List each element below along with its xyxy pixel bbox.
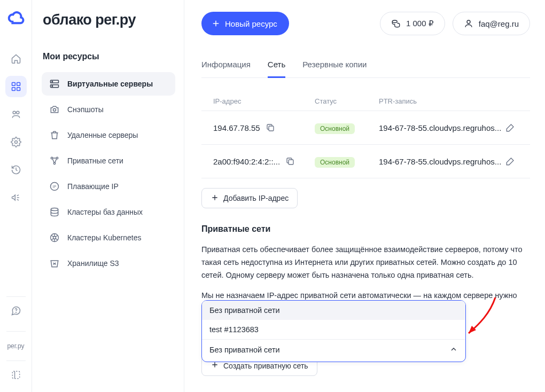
svg-point-7 bbox=[15, 312, 16, 313]
svg-point-15 bbox=[56, 157, 58, 159]
sidebar-item-s3-storage[interactable]: Хранилище S3 bbox=[42, 252, 175, 275]
sidebar-item-db-clusters[interactable]: Кластеры баз данных bbox=[42, 200, 175, 224]
rail-billing-icon[interactable] bbox=[5, 104, 27, 125]
new-resource-button[interactable]: Новый ресурс bbox=[201, 12, 289, 35]
coins-icon bbox=[391, 19, 401, 28]
create-network-label: Создать приватную сеть bbox=[223, 362, 308, 370]
svg-rect-2 bbox=[12, 88, 15, 91]
th-ip: IP-адрес bbox=[213, 97, 315, 105]
tabs: Информация Сеть Резервные копии bbox=[201, 60, 530, 78]
svg-rect-24 bbox=[269, 126, 274, 131]
table-header: IP-адрес Статус PTR-запись bbox=[201, 92, 530, 111]
ip-icon: IP bbox=[49, 181, 60, 192]
sidebar-item-label: Кластеры Kubernetes bbox=[67, 233, 142, 242]
ptr-value: 194-67-78-55.cloudvps.regruhos... bbox=[379, 157, 501, 166]
add-ip-label: Добавить IP-адрес bbox=[223, 194, 289, 202]
brand-title: облако рег.ру bbox=[42, 12, 175, 28]
sidebar-item-private-networks[interactable]: Приватные сети bbox=[42, 149, 175, 173]
database-icon bbox=[49, 207, 60, 217]
server-icon bbox=[49, 79, 60, 89]
kubernetes-icon bbox=[49, 232, 60, 243]
balance-pill[interactable]: 1 000 ₽ bbox=[380, 12, 445, 35]
sidebar: облако рег.ру Мои ресурсы Виртуальные се… bbox=[32, 0, 184, 392]
network-icon bbox=[49, 155, 60, 166]
private-networks-title: Приватные сети bbox=[201, 224, 530, 234]
svg-point-16 bbox=[53, 162, 55, 164]
sidebar-item-label: Виртуальные серверы bbox=[67, 80, 153, 88]
sidebar-item-label: Хранилище S3 bbox=[67, 259, 119, 268]
svg-rect-1 bbox=[17, 83, 20, 86]
tab-network[interactable]: Сеть bbox=[268, 60, 285, 78]
private-network-select[interactable]: Без приватной сети bbox=[202, 339, 465, 362]
table-row: 194.67.78.55 Основной 194-67-78-55.cloud… bbox=[201, 111, 530, 145]
edit-icon[interactable] bbox=[505, 156, 515, 166]
brand-small[interactable]: рег.ру bbox=[7, 342, 24, 350]
svg-rect-0 bbox=[12, 83, 15, 86]
rail-settings-icon[interactable] bbox=[5, 131, 27, 153]
cloud-logo-icon bbox=[7, 10, 25, 27]
svg-point-19 bbox=[51, 208, 58, 211]
private-networks-desc: Приватная сеть обеспечивает более защищё… bbox=[201, 244, 530, 282]
user-icon bbox=[464, 19, 473, 28]
camera-icon bbox=[49, 104, 60, 115]
sidebar-item-deleted-servers[interactable]: Удаленные серверы bbox=[42, 123, 175, 147]
sidebar-item-label: Удаленные серверы bbox=[67, 131, 138, 139]
svg-text:IP: IP bbox=[53, 185, 57, 189]
sidebar-item-label: Кластеры баз данных bbox=[67, 208, 143, 216]
sidebar-title: Мои ресурсы bbox=[43, 52, 175, 61]
status-badge: Основной bbox=[315, 157, 355, 168]
svg-point-11 bbox=[52, 81, 53, 82]
account-pill[interactable]: faq@reg.ru bbox=[453, 12, 530, 35]
tab-info[interactable]: Информация bbox=[201, 60, 251, 77]
select-value: Без приватной сети bbox=[209, 346, 280, 354]
rail-collapse-icon[interactable] bbox=[5, 364, 27, 386]
svg-point-23 bbox=[467, 20, 470, 23]
edit-icon[interactable] bbox=[505, 123, 515, 132]
rail-home-icon[interactable] bbox=[5, 48, 27, 69]
account-value: faq@reg.ru bbox=[479, 19, 519, 28]
svg-rect-8 bbox=[12, 371, 19, 378]
ip-value: 2a00:f940:2:4:2::... bbox=[213, 157, 280, 166]
rail-announce-icon[interactable] bbox=[5, 187, 27, 208]
add-ip-button[interactable]: Добавить IP-адрес bbox=[201, 188, 298, 208]
balance-value: 1 000 ₽ bbox=[406, 19, 434, 28]
svg-point-6 bbox=[14, 141, 17, 144]
select-option[interactable]: Без приватной сети bbox=[202, 301, 465, 320]
sidebar-item-snapshots[interactable]: Снэпшоты bbox=[42, 98, 175, 121]
ip-value: 194.67.78.55 bbox=[213, 123, 260, 132]
rail-resources-icon[interactable] bbox=[5, 76, 27, 97]
main-content: Новый ресурс 1 000 ₽ faq@reg.ru Информац… bbox=[184, 0, 545, 392]
sidebar-item-floating-ip[interactable]: IP Плавающие IP bbox=[42, 175, 175, 198]
bucket-icon bbox=[49, 258, 60, 269]
rail-history-icon[interactable] bbox=[5, 159, 27, 181]
select-option[interactable]: test #1123683 bbox=[202, 320, 465, 339]
tab-backup[interactable]: Резервные копии bbox=[302, 60, 367, 77]
svg-point-5 bbox=[16, 111, 19, 114]
svg-point-12 bbox=[52, 85, 53, 87]
plus-icon bbox=[211, 193, 219, 203]
icon-rail: рег.ру bbox=[0, 0, 32, 392]
sidebar-item-k8s-clusters[interactable]: Кластеры Kubernetes bbox=[42, 226, 175, 249]
svg-point-4 bbox=[13, 111, 15, 114]
copy-icon[interactable] bbox=[266, 123, 275, 132]
chevron-up-icon bbox=[449, 345, 458, 355]
plus-icon bbox=[211, 19, 221, 28]
svg-point-13 bbox=[53, 108, 56, 111]
trash-icon bbox=[49, 130, 60, 140]
topbar: Новый ресурс 1 000 ₽ faq@reg.ru bbox=[201, 12, 530, 35]
table-row: 2a00:f940:2:4:2::... Основной 194-67-78-… bbox=[201, 145, 530, 178]
copy-icon[interactable] bbox=[285, 156, 295, 166]
ptr-value: 194-67-78-55.cloudvps.regruhos... bbox=[379, 123, 501, 132]
sidebar-item-label: Приватные сети bbox=[67, 156, 123, 165]
svg-point-14 bbox=[51, 157, 52, 159]
svg-rect-3 bbox=[17, 88, 20, 91]
th-status: Статус bbox=[315, 97, 379, 105]
sidebar-item-label: Снэпшоты bbox=[67, 105, 104, 114]
sidebar-item-virtual-servers[interactable]: Виртуальные серверы bbox=[42, 72, 175, 96]
sidebar-item-label: Плавающие IP bbox=[67, 182, 119, 191]
private-network-select-panel: Без приватной сети test #1123683 Без при… bbox=[201, 300, 466, 362]
th-ptr: PTR-запись bbox=[379, 97, 518, 105]
svg-point-22 bbox=[392, 20, 397, 23]
rail-help-icon[interactable] bbox=[5, 300, 27, 322]
plus-icon bbox=[211, 360, 219, 371]
